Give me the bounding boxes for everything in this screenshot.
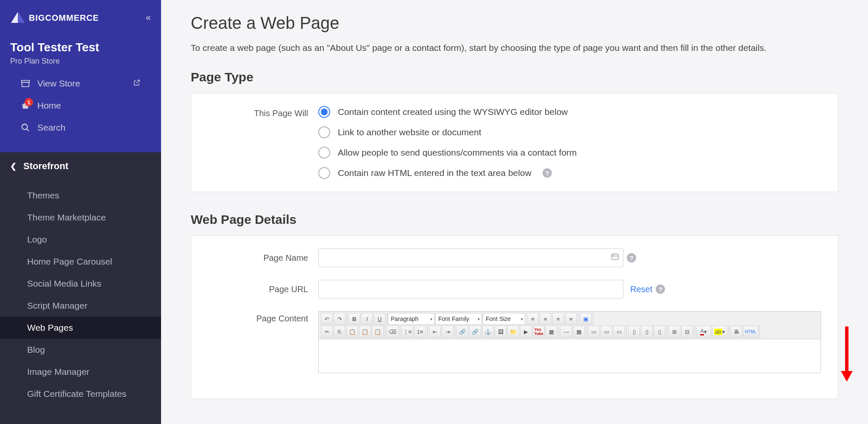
- link-button[interactable]: 🔗: [456, 326, 468, 338]
- copy-button[interactable]: ⎘: [334, 326, 345, 338]
- embed-button[interactable]: ▦: [545, 326, 557, 338]
- store-icon: [20, 78, 31, 89]
- unlink-button[interactable]: 🔗: [469, 326, 481, 338]
- wysiwyg-toolbar: ↶ ↷ B I U Paragraph Font Family Font Siz…: [318, 311, 821, 339]
- help-icon[interactable]: ?: [627, 253, 636, 262]
- sidebar-item-gift-certificate-templates[interactable]: Gift Certificate Templates: [0, 383, 161, 405]
- file-button[interactable]: 📁: [507, 326, 519, 338]
- collapse-sidebar-icon[interactable]: «: [146, 12, 151, 23]
- page-type-radio-1[interactable]: Link to another website or document: [318, 126, 821, 138]
- radio-icon: [318, 147, 330, 159]
- radio-label: Contain content created using the WYSIWY…: [338, 107, 568, 117]
- logo-mark-icon: [10, 10, 25, 25]
- remove-format-button[interactable]: ⌫: [387, 326, 398, 338]
- number-list-button[interactable]: 1≡: [414, 326, 426, 338]
- row-after-button[interactable]: ▭: [601, 326, 612, 338]
- help-icon[interactable]: ?: [656, 285, 665, 294]
- youtube-button[interactable]: YouTube: [533, 326, 545, 338]
- paste-word-button[interactable]: 📋: [372, 326, 384, 338]
- font-family-select[interactable]: Font Family: [435, 313, 482, 325]
- logo-row: BIGCOMMERCE «: [10, 10, 151, 25]
- html-button[interactable]: HTML: [743, 326, 758, 338]
- align-center-button[interactable]: ≡: [540, 313, 551, 325]
- table-button[interactable]: ▦: [573, 326, 585, 338]
- media-button[interactable]: ▶: [520, 326, 532, 338]
- sidebar-item-theme-marketplace[interactable]: Theme Marketplace: [0, 206, 161, 229]
- page-type-radio-group: Contain content created using the WYSIWY…: [318, 106, 821, 179]
- bold-button[interactable]: B: [348, 313, 360, 325]
- sidebar-item-social-media-links[interactable]: Social Media Links: [0, 273, 161, 295]
- redo-button[interactable]: ↷: [334, 313, 345, 325]
- home-label: Home: [37, 100, 61, 111]
- bg-color-button[interactable]: ab ▾: [712, 326, 727, 338]
- web-page-details-panel: Page Name ? Page URL Reset ? Page Conten…: [191, 235, 838, 399]
- col-after-button[interactable]: ▯: [641, 326, 653, 338]
- page-type-label: This Page Will: [208, 106, 318, 118]
- radio-label: Link to another website or document: [338, 127, 481, 137]
- outdent-button[interactable]: ⇤: [429, 326, 441, 338]
- italic-button[interactable]: I: [361, 313, 373, 325]
- sidebar-nav: ❮ Storefront ThemesTheme MarketplaceLogo…: [0, 152, 161, 424]
- chevron-left-icon: ❮: [10, 162, 17, 171]
- paste-button[interactable]: 📋: [346, 326, 358, 338]
- search-icon: [20, 123, 31, 133]
- page-url-input[interactable]: [318, 280, 623, 298]
- page-description: To create a web page (such as an "About …: [191, 43, 838, 53]
- wysiwyg-editor[interactable]: [318, 339, 821, 373]
- merge-cells-button[interactable]: ⊞: [668, 326, 680, 338]
- align-justify-button[interactable]: ≡: [565, 313, 577, 325]
- row-before-button[interactable]: ▭: [588, 326, 600, 338]
- col-before-button[interactable]: ▯: [628, 326, 640, 338]
- print-button[interactable]: 🖶: [730, 326, 742, 338]
- format-select[interactable]: Paragraph: [388, 313, 434, 325]
- sidebar-nav-list: ThemesTheme MarketplaceLogoHome Page Car…: [0, 180, 161, 405]
- font-size-select[interactable]: Font Size: [483, 313, 525, 325]
- sidebar-item-logo[interactable]: Logo: [0, 229, 161, 251]
- cut-button[interactable]: ✂: [321, 326, 333, 338]
- search-label: Search: [37, 123, 66, 133]
- sidebar-item-blog[interactable]: Blog: [0, 339, 161, 361]
- underline-button[interactable]: U: [374, 313, 386, 325]
- page-type-radio-0[interactable]: Contain content created using the WYSIWY…: [318, 106, 821, 118]
- radio-icon: [318, 126, 330, 138]
- delete-col-button[interactable]: ▯: [654, 326, 665, 338]
- anchor-button[interactable]: ⚓: [482, 326, 494, 338]
- image-button[interactable]: 🖼: [495, 326, 506, 338]
- translate-icon[interactable]: [611, 254, 619, 262]
- sidebar-item-web-pages[interactable]: Web Pages: [0, 317, 161, 339]
- paste-text-button[interactable]: 📋: [359, 326, 371, 338]
- sidebar: BIGCOMMERCE « Tool Tester Test Pro Plan …: [0, 0, 161, 424]
- svg-point-0: [22, 124, 28, 130]
- align-right-button[interactable]: ≡: [552, 313, 564, 325]
- indent-button[interactable]: ⇥: [442, 326, 453, 338]
- hr-button[interactable]: —: [560, 326, 572, 338]
- help-icon[interactable]: ?: [542, 168, 552, 178]
- sidebar-item-home-page-carousel[interactable]: Home Page Carousel: [0, 251, 161, 273]
- store-name: Tool Tester Test: [10, 41, 151, 54]
- bullet-list-button[interactable]: ⋮≡: [401, 326, 413, 338]
- sidebar-item-themes[interactable]: Themes: [0, 184, 161, 206]
- brand-logo[interactable]: BIGCOMMERCE: [10, 10, 99, 25]
- split-cells-button[interactable]: ⊟: [681, 326, 693, 338]
- radio-label: Contain raw HTML entered in the text are…: [338, 168, 531, 178]
- brand-name: BIGCOMMERCE: [29, 13, 99, 23]
- page-type-radio-3[interactable]: Contain raw HTML entered in the text are…: [318, 167, 821, 179]
- svg-rect-1: [612, 254, 618, 259]
- reset-link[interactable]: Reset: [630, 285, 652, 294]
- view-store-link[interactable]: View Store: [10, 73, 151, 95]
- page-name-input[interactable]: [318, 248, 623, 267]
- fullscreen-button[interactable]: ▣: [580, 313, 592, 325]
- align-left-button[interactable]: ≡: [527, 313, 539, 325]
- sidebar-section-title: Storefront: [23, 161, 68, 172]
- undo-button[interactable]: ↶: [321, 313, 333, 325]
- text-color-button[interactable]: A ▾: [696, 326, 711, 338]
- sidebar-item-image-manager[interactable]: Image Manager: [0, 361, 161, 383]
- radio-label: Allow people to send questions/comments …: [338, 148, 577, 158]
- home-link[interactable]: 1 Home: [10, 95, 151, 117]
- sidebar-back-storefront[interactable]: ❮ Storefront: [0, 152, 161, 180]
- search-link[interactable]: Search: [10, 117, 151, 139]
- delete-row-button[interactable]: ▭: [613, 326, 625, 338]
- sidebar-item-script-manager[interactable]: Script Manager: [0, 295, 161, 317]
- radio-icon: [318, 167, 330, 179]
- page-type-radio-2[interactable]: Allow people to send questions/comments …: [318, 147, 821, 159]
